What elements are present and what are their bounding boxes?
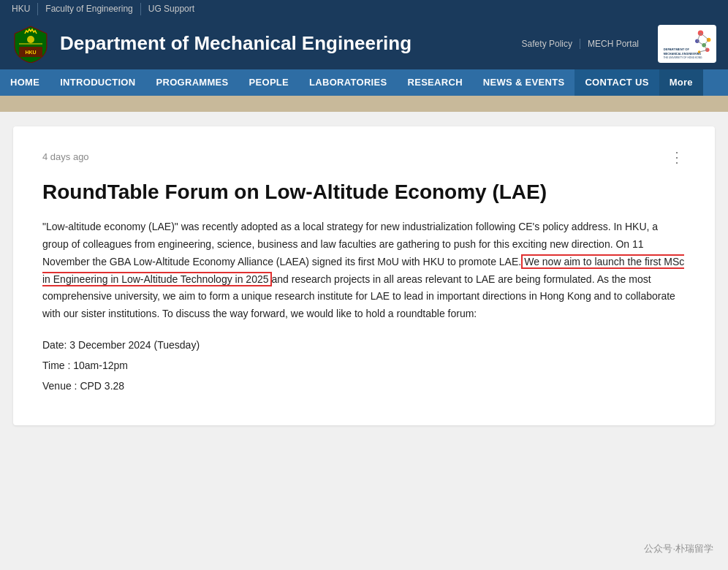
mech-portal-link[interactable]: MECH Portal: [580, 39, 646, 49]
nav-laboratories[interactable]: LABORATORIES: [299, 69, 397, 96]
nav-bar: HOME INTRODUCTION PROGRAMMES PEOPLE LABO…: [0, 69, 728, 96]
time-value: 10am-12pm: [73, 360, 128, 371]
dept-logo: DEPARTMENT OF MECHANICAL ENGINEERING THE…: [658, 25, 716, 63]
svg-text:MECHANICAL ENGINEERING: MECHANICAL ENGINEERING: [664, 53, 702, 56]
svg-text:HKU: HKU: [25, 50, 36, 55]
nav-programmes[interactable]: PROGRAMMES: [145, 69, 238, 96]
nav-introduction[interactable]: INTRODUCTION: [50, 69, 145, 96]
header-links: Safety Policy MECH Portal: [515, 39, 646, 49]
card-body: "Low-altitude economy (LAE)" was recentl…: [42, 218, 686, 323]
nav-contact-us[interactable]: CONTACT US: [575, 69, 659, 96]
header: HKU Department of Mechanical Engineering…: [0, 18, 728, 69]
venue-value: CPD 3.28: [80, 380, 124, 392]
main-content: 4 days ago ⋮ RoundTable Forum on Low-Alt…: [0, 112, 728, 550]
card-timestamp: 4 days ago: [42, 151, 89, 162]
nav-people[interactable]: PEOPLE: [239, 69, 300, 96]
venue-label: Venue :: [42, 380, 77, 392]
card-title: RoundTable Forum on Low-Altitude Economy…: [42, 179, 686, 205]
card-options-button[interactable]: ⋮: [670, 148, 686, 166]
tan-banner: [0, 96, 728, 112]
svg-point-3: [27, 36, 34, 43]
time-label: Time :: [42, 360, 70, 371]
safety-policy-link[interactable]: Safety Policy: [515, 39, 580, 49]
event-date-row: Date: 3 December 2024 (Tuesday): [42, 335, 686, 355]
nav-more[interactable]: More: [659, 69, 703, 96]
hku-logo[interactable]: HKU: [12, 25, 50, 63]
article-card: 4 days ago ⋮ RoundTable Forum on Low-Alt…: [13, 126, 715, 425]
svg-text:THE UNIVERSITY OF HONG KONG: THE UNIVERSITY OF HONG KONG: [664, 56, 702, 59]
event-venue-row: Venue : CPD 3.28: [42, 376, 686, 396]
nav-research[interactable]: RESEARCH: [397, 69, 472, 96]
card-meta: 4 days ago ⋮: [42, 148, 686, 166]
topbar-ug-link[interactable]: UG Support: [141, 3, 202, 15]
nav-home[interactable]: HOME: [0, 69, 50, 96]
event-time-row: Time : 10am-12pm: [42, 355, 686, 376]
top-bar: HKU Faculty of Engineering UG Support: [0, 0, 728, 18]
card-details: Date: 3 December 2024 (Tuesday) Time : 1…: [42, 335, 686, 396]
date-value: 3 December 2024 (Tuesday): [69, 339, 200, 351]
nav-news-events[interactable]: NEWS & EVENTS: [473, 69, 575, 96]
topbar-hku-link[interactable]: HKU: [12, 3, 38, 15]
card-paragraph-1: "Low-altitude economy (LAE)" was recentl…: [42, 218, 686, 323]
topbar-faculty-link[interactable]: Faculty of Engineering: [38, 3, 140, 15]
date-label: Date:: [42, 339, 67, 351]
department-title: Department of Mechanical Engineering: [60, 32, 515, 55]
svg-text:DEPARTMENT OF: DEPARTMENT OF: [664, 48, 690, 51]
